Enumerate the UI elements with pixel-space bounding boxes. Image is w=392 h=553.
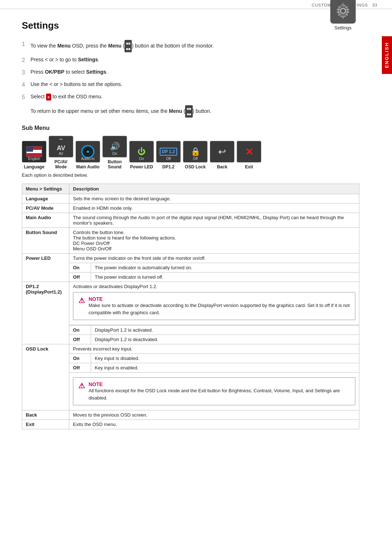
page-number: 33 <box>372 3 377 7</box>
menu-col-exit: Exit <box>22 420 69 429</box>
submenu-item-dp12: DP 1.2 Off DP1.2 <box>156 141 181 169</box>
back-arrow-icon: ↩ <box>218 146 226 157</box>
each-option-text: Each option is described below. <box>22 172 359 178</box>
note-content-dp12: Make sure to activate or deactivate acco… <box>89 302 350 316</box>
table-row-osdlock-note: ⚠ NOTE All functions except for the OSD … <box>22 373 359 410</box>
submenu-item-exit: ✕ Exit <box>237 141 261 169</box>
menu-col-osdlock: OSD Lock <box>22 344 69 410</box>
menu-col-back: Back <box>22 410 69 420</box>
note-content-osdlock: All functions except for the OSD Lock mo… <box>89 387 350 401</box>
svg-point-3 <box>342 9 344 12</box>
table-row-dp12: DP1.2(DisplayPort1.2) Activates or deact… <box>22 282 359 325</box>
powerled-on-sub: On <box>69 263 91 273</box>
table-row-mainaudio: Main Audio The sound coming through the … <box>22 213 359 228</box>
osdlock-off-sub: Off <box>69 363 91 373</box>
table-row-osdlock: OSD Lock Prevents incorrect key input. <box>22 344 359 354</box>
table-row-powerled-off: Off The power indicator is turned off. <box>22 273 359 282</box>
table-row-exit: Exit Exits the OSD menu. <box>22 420 359 429</box>
step-5-sub: To return to the upper menu or set other… <box>22 105 359 118</box>
language-icon-box: English <box>22 141 46 163</box>
menu-icon-step1: ■■■■ <box>124 40 132 52</box>
pcav-icon-box: ••• AV AV <box>49 136 73 157</box>
table-col1-header: Menu > Settings <box>22 184 69 194</box>
menu-icon-step5sub: ■■■■ <box>185 105 192 118</box>
powerled-on-desc: The power indicator is automatically tur… <box>91 263 359 273</box>
osdlock-on-sub: On <box>69 354 91 363</box>
submenu-item-buttonsound: 🔊 On ButtonSound <box>102 136 127 169</box>
submenu-item-osdlock: 🔒 Off OSD Lock <box>183 141 208 169</box>
language-tab: ENGLISH <box>382 36 392 74</box>
menu-col-mainaudio: Main Audio <box>22 213 69 228</box>
audio-circle-icon <box>81 145 94 158</box>
powerled-icon-box: ⏻ On <box>129 141 154 163</box>
table-row-dp12-on: On DisplayPort 1.2 is activated. <box>22 325 359 335</box>
desc-col-buttonsound: Controls the button tone.The button tone… <box>69 228 359 254</box>
table-row-pcav: PC/AV Mode Enabled in HDMI mode only. <box>22 204 359 213</box>
settings-icon-label: Settings <box>330 25 356 30</box>
desc-col-osdlock: Prevents incorrect key input. <box>69 344 359 354</box>
menu-col-dp12: DP1.2(DisplayPort1.2) <box>22 282 69 344</box>
exit-x-icon: ✕ <box>245 146 253 158</box>
buttonsound-icon-box: 🔊 On <box>102 136 127 157</box>
power-icon: ⏻ <box>138 147 146 156</box>
dp12-note-box: ⚠ NOTE Make sure to activate or deactiva… <box>73 292 355 320</box>
table-row-powerled-on: On The power indicator is automatically … <box>22 263 359 273</box>
x-icon-step5: x <box>46 94 51 101</box>
back-icon-box: ↩ <box>210 141 234 163</box>
mainaudio-icon-box: Audio-In <box>75 141 100 163</box>
dp12-icon-box: DP 1.2 Off <box>156 141 181 163</box>
dp12-off-sub: Off <box>69 335 91 344</box>
menu-col-pcav: PC/AV Mode <box>22 204 69 213</box>
table-col2-header: Description <box>69 184 359 194</box>
step-1: 1 To view the Menu OSD, press the Menu (… <box>22 40 359 52</box>
powerled-off-sub: Off <box>69 273 91 282</box>
desc-col-pcav: Enabled in HDMI mode only. <box>69 204 359 213</box>
speaker-icon: 🔊 <box>110 142 120 151</box>
osdlock-icon-box: 🔒 Off <box>183 141 208 163</box>
desc-col-dp12: Activates or deactivates DisplayPort 1.2… <box>69 282 359 325</box>
dp12-off-desc: DisplayPort 1.2 is deactivated. <box>91 335 359 344</box>
table-row-osdlock-off: Off Key input is enabled. <box>22 363 359 373</box>
submenu-item-language: English Language <box>22 141 46 169</box>
submenu-item-mainaudio: Audio-In Main Audio <box>75 141 100 169</box>
step-5: 5 Select x to exit the OSD menu. <box>22 93 359 102</box>
dp12-on-desc: DisplayPort 1.2 is activated. <box>91 325 359 335</box>
desc-col-mainaudio: The sound coming through the Audio In po… <box>69 213 359 228</box>
osdlock-on-desc: Key input is disabled. <box>91 354 359 363</box>
menu-col-language: Language <box>22 194 69 204</box>
submenu-icons-row: English Language ••• AV AV PC/AVMode Aud… <box>22 136 359 169</box>
desc-col-powerled: Turns the power indicator on the front s… <box>69 254 359 263</box>
note-label-dp12: NOTE <box>89 296 350 302</box>
table-row-dp12-off: Off DisplayPort 1.2 is deactivated. <box>22 335 359 344</box>
dp12-on-sub: On <box>69 325 91 335</box>
note-icon-dp12: ⚠ <box>78 296 85 304</box>
powerled-off-desc: The power indicator is turned off. <box>91 273 359 282</box>
step-2: 2 Press < or > to go to Settings. <box>22 56 359 65</box>
table-row-buttonsound: Button Sound Controls the button tone.Th… <box>22 228 359 254</box>
dp-icon: DP 1.2 <box>160 148 177 156</box>
desc-col-exit: Exits the OSD menu. <box>69 420 359 429</box>
osdlock-note-box: ⚠ NOTE All functions except for the OSD … <box>73 377 355 405</box>
description-table: Menu > Settings Description Language Set… <box>22 184 359 429</box>
note-label-osdlock: NOTE <box>89 381 350 387</box>
main-content: Settings Settings 1 To view the Menu OSD… <box>0 9 392 444</box>
desc-col-back: Moves to the previous OSD screen. <box>69 410 359 420</box>
lock-icon: 🔒 <box>191 147 200 156</box>
menu-col-powerled: Power LED <box>22 254 69 282</box>
submenu-item-powerled: ⏻ On Power LED <box>129 141 154 169</box>
osdlock-off-desc: Key input is enabled. <box>91 363 359 373</box>
table-row-powerled: Power LED Turns the power indicator on t… <box>22 254 359 263</box>
table-row-language: Language Sets the menu screen to the des… <box>22 194 359 204</box>
chapter-label: CUSTOMIZING SETTINGS <box>312 3 368 7</box>
note-icon-osdlock: ⚠ <box>78 382 85 390</box>
submenu-item-pcav: ••• AV AV PC/AVMode <box>49 136 73 169</box>
svg-point-5 <box>87 151 89 153</box>
step-4: 4 Use the < or > buttons to set the opti… <box>22 81 359 89</box>
exit-icon-box: ✕ <box>237 141 261 163</box>
desc-col-language: Sets the menu screen to the desired lang… <box>69 194 359 204</box>
table-row-back: Back Moves to the previous OSD screen. <box>22 410 359 420</box>
steps-list: 1 To view the Menu OSD, press the Menu (… <box>22 40 359 118</box>
step-3: 3 Press OK/PBP to select Settings. <box>22 68 359 77</box>
table-row-osdlock-on: On Key input is disabled. <box>22 354 359 363</box>
menu-col-buttonsound: Button Sound <box>22 228 69 254</box>
